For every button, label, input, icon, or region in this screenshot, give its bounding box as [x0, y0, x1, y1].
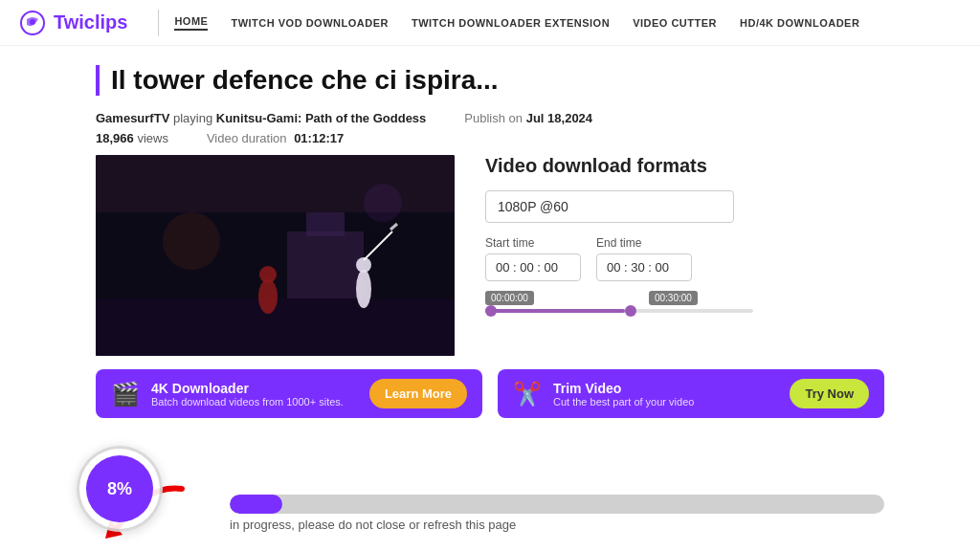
video-scene-svg [96, 155, 455, 356]
logo-text: Twiclips [54, 11, 127, 33]
banner-right: ✂️ Trim Video Cut the best part of your … [498, 369, 884, 418]
start-time-group: Start time [485, 236, 581, 281]
content-area: Video download formats 1080P @60 Start t… [96, 155, 884, 356]
banner-right-text: Trim Video Cut the best part of your vid… [553, 381, 778, 408]
banner-left-subtitle: Batch download videos from 1000+ sites. [151, 396, 358, 408]
slider-start-tag: 00:00:00 [485, 291, 534, 305]
learn-more-button[interactable]: Learn More [369, 379, 467, 408]
views-label: views [137, 131, 168, 145]
slider-thumb-left[interactable] [485, 305, 497, 317]
publish-meta: Publish on Jul 18,2024 [464, 111, 592, 125]
nav-video-cutter[interactable]: VIDEO CUTTER [633, 17, 717, 29]
progress-percent-text: 8% [107, 479, 132, 499]
duration-value: 01:12:17 [294, 131, 344, 145]
header: Twiclips HOME TWITCH VOD DOWNLOADER TWIT… [0, 0, 980, 46]
progress-percent-circle: 8% [86, 455, 153, 522]
banner-left-title: 4K Downloader [151, 381, 358, 396]
nav-divider [158, 10, 159, 36]
end-time-label: End time [596, 236, 692, 250]
start-time-label: Start time [485, 236, 581, 250]
duration-label: Video duration [207, 131, 287, 145]
main-content: Il tower defence che ci ispira... Gamesu… [0, 46, 980, 433]
progress-bar-container: in progress, please do not close or refr… [230, 495, 884, 532]
progress-overlay: 8% in progress, please do not close or r… [0, 474, 980, 551]
slider-fill [485, 309, 625, 313]
svg-point-13 [163, 212, 220, 270]
nav-vod-downloader[interactable]: TWITCH VOD DOWNLOADER [231, 17, 388, 29]
time-row: Start time End time [485, 236, 884, 281]
svg-rect-6 [306, 212, 345, 236]
end-time-input[interactable] [596, 253, 692, 281]
end-time-group: End time [596, 236, 692, 281]
banner-right-title: Trim Video [553, 381, 778, 396]
nav-extension[interactable]: TWITCH DOWNLOADER EXTENSION [412, 17, 610, 29]
slider-area: 00:00:00 00:30:00 [485, 291, 884, 313]
svg-point-11 [258, 279, 278, 314]
twiclips-logo-icon [19, 10, 46, 36]
film-icon: 🎬 [111, 381, 140, 408]
views-meta: 18,966 views [96, 131, 168, 145]
scissors-icon: ✂️ [513, 381, 542, 408]
progress-bar-fill [230, 495, 282, 514]
playing-label: playing [173, 111, 212, 125]
views-count: 18,966 [96, 131, 134, 145]
time-labels: 00:00:00 00:30:00 [485, 291, 884, 305]
right-panel: Video download formats 1080P @60 Start t… [485, 155, 884, 356]
game-name: Kunitsu-Gami: Path of the Goddess [216, 111, 427, 125]
start-time-input[interactable] [485, 253, 581, 281]
publish-label: Publish on [464, 111, 523, 125]
meta-row-top: GamesurfTV playing Kunitsu-Gami: Path of… [96, 111, 884, 125]
channel-meta: GamesurfTV playing Kunitsu-Gami: Path of… [96, 111, 426, 125]
logo-area[interactable]: Twiclips [19, 10, 127, 36]
slider-end-tag: 00:30:00 [649, 291, 698, 305]
banner-right-subtitle: Cut the best part of your video [553, 396, 778, 408]
banners: 🎬 4K Downloader Batch download videos fr… [96, 369, 884, 418]
svg-point-12 [259, 266, 277, 283]
publish-date: Jul 18,2024 [526, 111, 592, 125]
main-nav: HOME TWITCH VOD DOWNLOADER TWITCH DOWNLO… [174, 15, 859, 31]
video-thumb-inner [96, 155, 455, 356]
progress-message: in progress, please do not close or refr… [230, 518, 884, 532]
try-now-button[interactable]: Try Now [790, 379, 869, 408]
svg-point-14 [364, 184, 402, 222]
slider-track[interactable] [485, 309, 753, 313]
meta-row-bottom: 18,966 views Video duration 01:12:17 [96, 131, 884, 145]
nav-hd4k[interactable]: HD/4K DOWNLOADER [740, 17, 859, 29]
progress-bar-bg [230, 495, 884, 514]
channel-name: GamesurfTV [96, 111, 169, 125]
progress-magnifier: 8% [77, 446, 163, 532]
svg-point-1 [30, 19, 35, 25]
format-select[interactable]: 1080P @60 [485, 190, 734, 223]
video-thumbnail[interactable] [96, 155, 455, 356]
svg-point-7 [356, 270, 371, 308]
download-panel-title: Video download formats [485, 155, 884, 177]
banner-left: 🎬 4K Downloader Batch download videos fr… [96, 369, 482, 418]
page-title: Il tower defence che ci ispira... [96, 65, 884, 96]
slider-thumb-right[interactable] [625, 305, 636, 317]
duration-meta: Video duration 01:12:17 [207, 131, 344, 145]
svg-rect-5 [287, 231, 364, 298]
nav-home[interactable]: HOME [174, 15, 208, 31]
banner-left-text: 4K Downloader Batch download videos from… [151, 381, 358, 408]
